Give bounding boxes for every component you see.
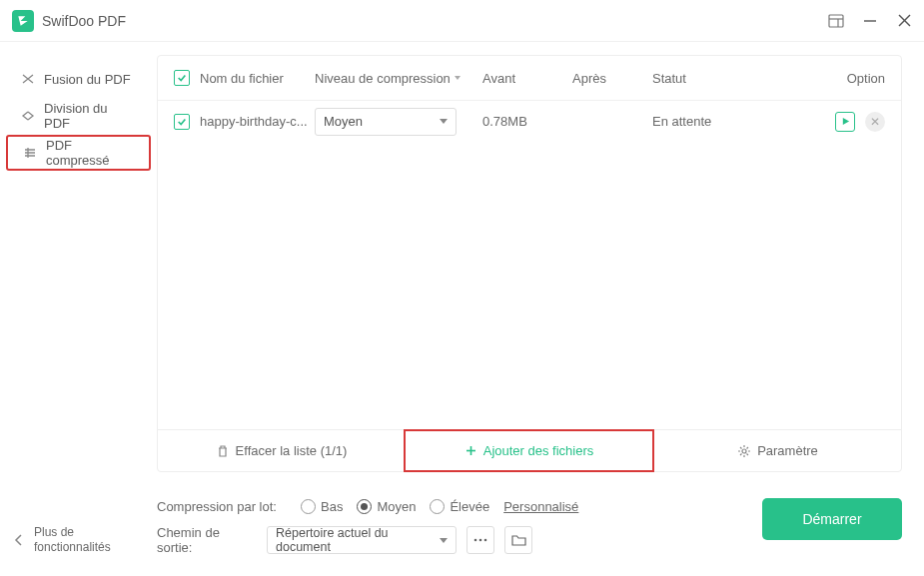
output-path-label: Chemin de sortie:: [157, 525, 257, 555]
run-row-button[interactable]: [835, 112, 855, 132]
row-checkbox[interactable]: [174, 114, 190, 130]
select-all-checkbox[interactable]: [174, 70, 190, 86]
chevron-down-icon: [440, 538, 448, 543]
row-filename: happy-birthday-c...: [200, 114, 315, 129]
sidebar-item-compress[interactable]: PDF compressé: [6, 135, 151, 171]
row-status: En attente: [652, 114, 835, 129]
merge-icon: [20, 71, 36, 87]
col-option: Option: [825, 71, 885, 86]
row-size-before: 0.78MB: [482, 114, 572, 129]
sidebar-item-label: Division du PDF: [44, 101, 137, 131]
more-options-button[interactable]: [466, 526, 494, 554]
radio-medium[interactable]: Moyen: [357, 499, 416, 514]
clear-list-button[interactable]: Effacer la liste (1/1): [158, 430, 405, 471]
app-title: SwifDoo PDF: [42, 13, 126, 29]
sidebar-item-label: Fusion du PDF: [44, 72, 131, 87]
chevron-down-icon: [440, 119, 448, 124]
svg-rect-0: [829, 15, 843, 27]
radio-low[interactable]: Bas: [301, 499, 343, 514]
browse-folder-button[interactable]: [504, 526, 532, 554]
sidebar-item-split[interactable]: Division du PDF: [6, 98, 151, 134]
start-button[interactable]: Démarrer: [762, 498, 902, 540]
sidebar-item-label: PDF compressé: [46, 138, 135, 168]
add-files-button[interactable]: Ajouter des fichiers: [404, 429, 654, 472]
svg-point-9: [474, 539, 477, 542]
remove-row-button[interactable]: ✕: [865, 112, 885, 132]
plus-icon: [464, 444, 477, 457]
radio-high[interactable]: Élevée: [430, 499, 489, 514]
content: Nom du fichier Niveau de compression Ava…: [157, 42, 924, 576]
trash-icon: [216, 444, 230, 458]
col-before: Avant: [482, 71, 572, 86]
custom-link[interactable]: Personnalisé: [503, 499, 578, 514]
split-icon: [20, 108, 36, 124]
svg-point-8: [742, 449, 746, 453]
table-row: happy-birthday-c... Moyen 0.78MB En atte…: [158, 100, 901, 142]
close-icon[interactable]: [896, 13, 912, 29]
more-features[interactable]: Plus de fonctionnalités: [14, 525, 111, 556]
col-name: Nom du fichier: [200, 71, 315, 86]
layout-icon[interactable]: [828, 13, 844, 29]
sidebar-item-merge[interactable]: Fusion du PDF: [6, 61, 151, 97]
output-path-select[interactable]: Répertoire actuel du document: [267, 526, 457, 554]
compress-icon: [22, 145, 38, 161]
compression-level-select[interactable]: Moyen: [315, 108, 457, 136]
batch-compression-label: Compression par lot:: [157, 499, 287, 514]
col-after: Après: [572, 71, 652, 86]
more-features-label: Plus de fonctionnalités: [34, 525, 111, 556]
table-footer: Effacer la liste (1/1) Ajouter des fichi…: [158, 429, 901, 471]
file-table: Nom du fichier Niveau de compression Ava…: [157, 55, 902, 472]
col-level[interactable]: Niveau de compression: [315, 71, 482, 86]
app-logo: [12, 10, 34, 32]
minimize-icon[interactable]: [862, 13, 878, 29]
bottom-panel: Compression par lot: Bas Moyen Élevée Pe…: [157, 478, 902, 576]
settings-button[interactable]: Paramètre: [653, 430, 901, 471]
sort-icon: [455, 76, 461, 80]
col-status: Statut: [652, 71, 825, 86]
titlebar: SwifDoo PDF: [0, 0, 924, 42]
table-header: Nom du fichier Niveau de compression Ava…: [158, 56, 901, 100]
sidebar: Fusion du PDF Division du PDF PDF compre…: [0, 42, 157, 576]
svg-point-10: [479, 539, 482, 542]
svg-point-11: [484, 539, 487, 542]
gear-icon: [737, 444, 751, 458]
